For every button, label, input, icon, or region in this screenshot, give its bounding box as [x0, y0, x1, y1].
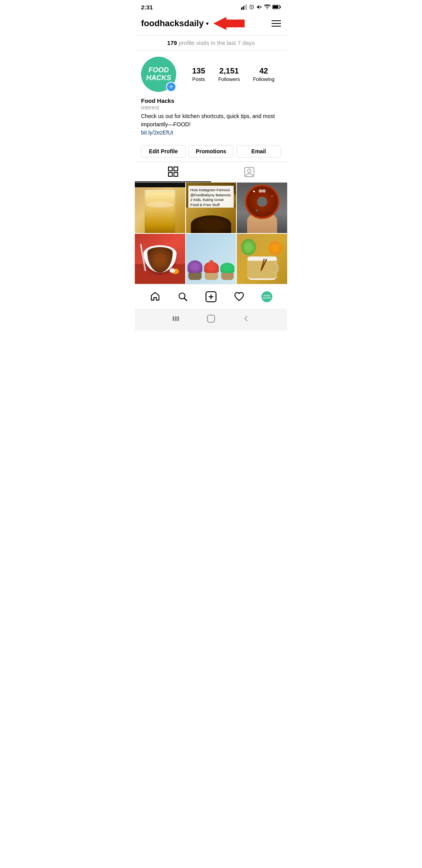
nav-avatar: FOODHACKS: [261, 291, 272, 302]
svg-rect-3: [246, 4, 247, 10]
promotions-button[interactable]: Promotions: [189, 145, 233, 158]
phone-menu-button[interactable]: [169, 312, 183, 326]
status-icons: [241, 4, 281, 10]
username[interactable]: foodhacksdaily: [141, 18, 204, 29]
visit-text: profile visits in the last 7 days: [177, 39, 255, 46]
activity-nav-button[interactable]: [231, 288, 248, 305]
grid-tab[interactable]: [135, 162, 211, 182]
person-tag-icon: [244, 167, 254, 177]
followers-stat[interactable]: 2,151 Followers: [218, 66, 240, 82]
profile-bio: Check us out for kitchen shortcuts, quic…: [141, 112, 281, 129]
phone-home-icon: [207, 314, 215, 323]
profile-section: FOOD HACKS DAILY + 135 Posts 2,151 Follo…: [135, 50, 287, 140]
profile-category: Interest: [141, 104, 281, 111]
svg-point-21: [247, 169, 251, 172]
home-icon: [150, 292, 160, 302]
visit-count: 179: [167, 39, 177, 46]
svg-rect-18: [168, 172, 172, 176]
profile-visits-banner: 179 profile visits in the last 7 days: [135, 36, 287, 50]
hamburger-menu[interactable]: [272, 20, 281, 27]
action-buttons: Edit Profile Promotions Email: [141, 145, 281, 158]
profile-link[interactable]: bit.ly/2ezEfUI: [141, 129, 281, 136]
email-button[interactable]: Email: [236, 145, 281, 158]
beer-image: [135, 183, 185, 233]
search-nav-button[interactable]: [174, 288, 191, 305]
posts-count: 135: [192, 66, 205, 75]
bottom-nav: FOODHACKS: [135, 284, 287, 308]
profile-stats: 135 Posts 2,151 Followers 42 Following: [186, 66, 281, 82]
search-icon: [178, 292, 188, 302]
svg-rect-28: [175, 316, 177, 321]
tagged-tab[interactable]: [211, 162, 287, 182]
hamburger-line-1: [272, 20, 281, 21]
profile-nav-button[interactable]: FOODHACKS: [258, 288, 275, 305]
svg-marker-9: [257, 5, 259, 9]
grid-cell-article[interactable]: How Instagram-Famous @Foodbabyny Balance…: [186, 183, 236, 233]
app-header: foodhacksdaily ▾: [135, 13, 287, 36]
svg-rect-16: [168, 167, 172, 171]
bio-section: Food Hacks Interest Check us out for kit…: [141, 97, 281, 136]
svg-line-6: [252, 7, 252, 8]
add-post-nav-button[interactable]: [202, 288, 220, 305]
header-left: foodhacksdaily ▾: [141, 16, 245, 31]
edit-profile-button[interactable]: Edit Profile: [141, 145, 186, 158]
home-nav-button[interactable]: [147, 288, 164, 305]
avatar-hacks-text: HACKS: [146, 74, 171, 82]
profile-name: Food Hacks: [141, 97, 281, 104]
grid-icon: [168, 167, 178, 177]
grid-cell-donut[interactable]: [237, 183, 287, 233]
phone-nav-bar: [135, 308, 287, 330]
mute-icon: [256, 4, 262, 10]
phone-menu-icon: [172, 315, 180, 323]
posts-label: Posts: [192, 76, 205, 82]
content-tab-bar: [135, 161, 287, 183]
add-story-button[interactable]: +: [166, 82, 176, 92]
svg-rect-17: [174, 167, 178, 171]
phone-home-button[interactable]: [204, 312, 218, 326]
avatar-daily-text: DAILY: [176, 57, 176, 69]
svg-line-7: [250, 5, 250, 5]
svg-rect-14: [280, 6, 281, 8]
grid-cell-beer[interactable]: [135, 183, 185, 233]
profile-top: FOOD HACKS DAILY + 135 Posts 2,151 Follo…: [141, 57, 281, 92]
svg-rect-1: [243, 6, 244, 10]
posts-stat[interactable]: 135 Posts: [192, 66, 205, 82]
svg-line-23: [184, 298, 187, 301]
phone-back-icon: [242, 315, 250, 323]
add-post-icon: [206, 291, 216, 302]
followers-count: 2,151: [219, 66, 239, 75]
arrow-annotation: [213, 16, 245, 31]
svg-rect-13: [273, 5, 278, 8]
svg-rect-2: [244, 5, 245, 10]
grid-cell-tea[interactable]: [237, 234, 287, 284]
dropdown-chevron-icon[interactable]: ▾: [206, 20, 209, 27]
following-stat[interactable]: 42 Following: [253, 66, 274, 82]
svg-rect-30: [207, 315, 215, 322]
grid-cell-bowl[interactable]: [135, 234, 185, 284]
phone-back-button[interactable]: [239, 312, 253, 326]
alarm-icon: [249, 4, 254, 10]
hamburger-line-3: [272, 26, 281, 27]
avatar-food-text: FOOD: [146, 66, 171, 74]
wifi-icon: [264, 4, 271, 10]
grid-cell-muffins[interactable]: [186, 234, 236, 284]
svg-rect-27: [173, 316, 174, 321]
followers-label: Followers: [218, 76, 240, 82]
nav-avatar-text: FOODHACKS: [263, 294, 271, 299]
hamburger-line-2: [272, 23, 281, 24]
signal-icon: [241, 4, 247, 10]
heart-icon: [234, 292, 244, 302]
svg-line-8: [253, 5, 254, 5]
posts-grid: How Instagram-Famous @Foodbabyny Balance…: [135, 183, 287, 284]
battery-icon: [272, 5, 281, 9]
avatar-container[interactable]: FOOD HACKS DAILY +: [141, 57, 176, 92]
svg-rect-0: [241, 7, 242, 10]
svg-rect-29: [177, 316, 179, 321]
following-count: 42: [259, 66, 268, 75]
red-arrow-icon: [213, 16, 245, 31]
svg-rect-19: [174, 172, 178, 176]
status-time: 2:31: [141, 4, 153, 11]
article-text: How Instagram-Famous @Foodbabyny Balance…: [190, 188, 232, 208]
following-label: Following: [253, 76, 274, 82]
status-bar: 2:31: [135, 0, 287, 13]
